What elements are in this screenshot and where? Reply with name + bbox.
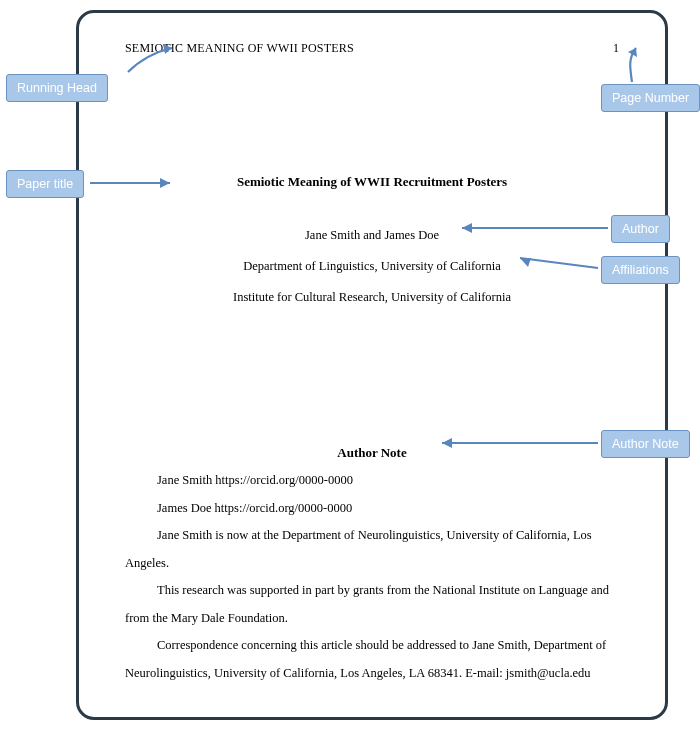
note-para-1: Jane Smith is now at the Department of N… <box>125 522 619 577</box>
callout-running-head: Running Head <box>6 74 108 102</box>
page-frame: SEMIOTIC MEANING OF WWII POSTERS 1 Semio… <box>76 10 668 720</box>
page-header-row: SEMIOTIC MEANING OF WWII POSTERS 1 <box>125 41 619 56</box>
callout-affiliations: Affiliations <box>601 256 680 284</box>
callout-author-note: Author Note <box>601 430 690 458</box>
paper-title: Semiotic Meaning of WWII Recruitment Pos… <box>125 174 619 190</box>
page-number: 1 <box>599 41 619 56</box>
callout-paper-title: Paper title <box>6 170 84 198</box>
note-para-3: Correspondence concerning this article s… <box>125 632 619 687</box>
author-note-heading: Author Note <box>125 445 619 461</box>
title-block: Semiotic Meaning of WWII Recruitment Pos… <box>125 174 619 305</box>
note-orcid-1: Jane Smith https://orcid.org/0000-0000 <box>125 467 619 495</box>
authors-line: Jane Smith and James Doe <box>125 228 619 243</box>
note-para-2: This research was supported in part by g… <box>125 577 619 632</box>
affiliation-1: Department of Linguistics, University of… <box>125 259 619 274</box>
affiliation-2: Institute for Cultural Research, Univers… <box>125 290 619 305</box>
callout-page-number: Page Number <box>601 84 700 112</box>
running-head: SEMIOTIC MEANING OF WWII POSTERS <box>125 41 354 56</box>
note-orcid-2: James Doe https://orcid.org/0000-0000 <box>125 495 619 523</box>
callout-author: Author <box>611 215 670 243</box>
author-note-block: Author Note Jane Smith https://orcid.org… <box>125 445 619 687</box>
author-note-body: Jane Smith https://orcid.org/0000-0000 J… <box>125 467 619 687</box>
